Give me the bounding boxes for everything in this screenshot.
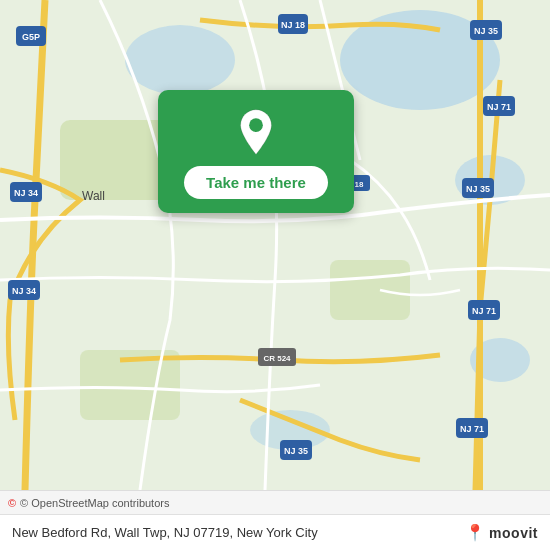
footer-address: New Bedford Rd, Wall Twp, NJ 07719, New … bbox=[12, 525, 318, 540]
attribution-text: © OpenStreetMap contributors bbox=[20, 497, 169, 509]
overlay-card: Take me there bbox=[158, 90, 354, 213]
svg-rect-7 bbox=[330, 260, 410, 320]
take-me-there-button[interactable]: Take me there bbox=[184, 166, 328, 199]
svg-text:NJ 71: NJ 71 bbox=[460, 424, 484, 434]
svg-text:G5P: G5P bbox=[22, 32, 40, 42]
moovit-pin-icon: 📍 bbox=[465, 523, 485, 542]
svg-text:NJ 71: NJ 71 bbox=[487, 102, 511, 112]
svg-text:NJ 34: NJ 34 bbox=[14, 188, 38, 198]
svg-point-34 bbox=[249, 118, 263, 132]
svg-text:NJ 35: NJ 35 bbox=[474, 26, 498, 36]
svg-text:Wall: Wall bbox=[82, 189, 105, 203]
map-background: G5P NJ 18 NJ 35 NJ 71 NJ 35 18 NJ 34 NJ … bbox=[0, 0, 550, 490]
osm-logo: © bbox=[8, 497, 16, 509]
map-container: G5P NJ 18 NJ 35 NJ 71 NJ 35 18 NJ 34 NJ … bbox=[0, 0, 550, 490]
moovit-brand-text: moovit bbox=[489, 525, 538, 541]
moovit-logo: 📍 moovit bbox=[465, 523, 538, 542]
svg-text:CR 524: CR 524 bbox=[263, 354, 291, 363]
location-pin-icon bbox=[232, 108, 280, 156]
svg-text:18: 18 bbox=[355, 180, 364, 189]
svg-text:NJ 35: NJ 35 bbox=[466, 184, 490, 194]
svg-text:NJ 34: NJ 34 bbox=[12, 286, 36, 296]
svg-text:NJ 35: NJ 35 bbox=[284, 446, 308, 456]
attribution-bar: © © OpenStreetMap contributors bbox=[0, 490, 550, 514]
svg-text:NJ 71: NJ 71 bbox=[472, 306, 496, 316]
footer-bar: New Bedford Rd, Wall Twp, NJ 07719, New … bbox=[0, 514, 550, 550]
svg-text:NJ 18: NJ 18 bbox=[281, 20, 305, 30]
svg-point-4 bbox=[125, 25, 235, 95]
